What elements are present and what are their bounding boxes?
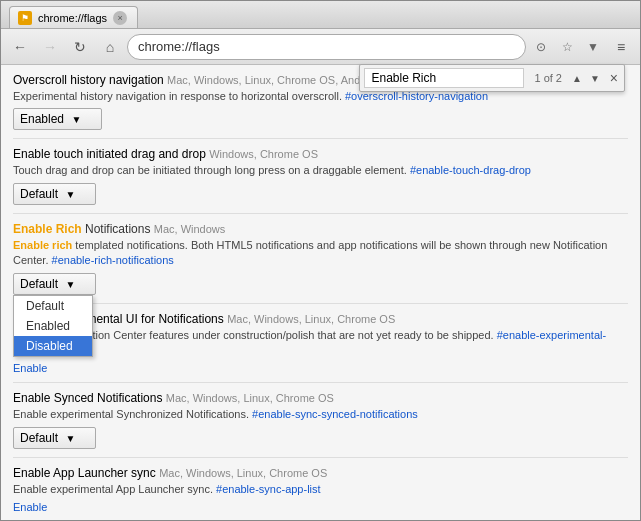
back-button[interactable]: ← bbox=[7, 34, 33, 60]
flag-rich-platform: Mac, Windows bbox=[154, 223, 226, 235]
cast-icon-button[interactable]: ⊙ bbox=[530, 36, 552, 58]
dropdown-option-disabled[interactable]: Disabled bbox=[14, 336, 92, 356]
forward-button[interactable]: → bbox=[37, 34, 63, 60]
flag-touch-drag-select[interactable]: Default ▼ bbox=[13, 183, 96, 205]
flag-rich-link[interactable]: #enable-rich-notifications bbox=[52, 254, 174, 266]
tab-favicon-icon: ⚑ bbox=[18, 11, 32, 25]
content-area: Overscroll history navigation Mac, Windo… bbox=[1, 65, 640, 521]
tab-close-button[interactable]: × bbox=[113, 11, 127, 25]
search-input[interactable] bbox=[364, 68, 524, 88]
flag-rich-select[interactable]: Default ▼ bbox=[13, 273, 96, 295]
flag-synced-name: Enable Synced Notifications bbox=[13, 391, 162, 405]
flag-notification-ui-enable-link[interactable]: Enable bbox=[13, 362, 628, 374]
search-prev-button[interactable]: ▲ bbox=[568, 66, 586, 90]
flag-app-launcher-desc: Enable experimental App Launcher sync. #… bbox=[13, 482, 628, 497]
address-bar[interactable]: chrome://flags bbox=[127, 34, 526, 60]
flag-touch-drag-desc: Touch drag and drop can be initiated thr… bbox=[13, 163, 628, 178]
tab-chrome-flags[interactable]: ⚑ chrome://flags × bbox=[9, 6, 138, 28]
chevron-down-icon: ▼ bbox=[65, 279, 75, 290]
flag-rich-control: Default ▼ Default Enabled Disabled bbox=[13, 273, 96, 295]
flag-app-launcher: Enable App Launcher sync Mac, Windows, L… bbox=[13, 466, 628, 521]
flag-notification-ui-desc: Enables Notification Center features und… bbox=[13, 328, 628, 359]
flag-synced-notifications: Enable Synced Notifications Mac, Windows… bbox=[13, 391, 628, 457]
flag-rich-desc: Enable rich templated notifications. Bot… bbox=[13, 238, 628, 269]
flag-notification-ui-platform: Mac, Windows, Linux, Chrome OS bbox=[227, 313, 395, 325]
flag-synced-title: Enable Synced Notifications Mac, Windows… bbox=[13, 391, 628, 405]
flag-notification-ui-title: Enable experimental UI for Notifications… bbox=[13, 312, 628, 326]
flag-touch-drag-title: Enable touch initiated drag and drop Win… bbox=[13, 147, 628, 161]
bookmark-button[interactable]: ☆ bbox=[556, 36, 578, 58]
flag-app-launcher-platform: Mac, Windows, Linux, Chrome OS bbox=[159, 467, 327, 479]
flags-list: Overscroll history navigation Mac, Windo… bbox=[1, 65, 640, 521]
nav-icons: ⊙ ☆ ▼ bbox=[530, 36, 604, 58]
title-bar: ⚑ chrome://flags × bbox=[1, 1, 640, 29]
dropdown-option-enabled[interactable]: Enabled bbox=[14, 316, 92, 336]
pocket-button[interactable]: ▼ bbox=[582, 36, 604, 58]
flag-touch-drag-control: Default ▼ bbox=[13, 183, 96, 205]
flag-overscroll-control: Enabled ▼ bbox=[13, 108, 102, 130]
flag-overscroll-platform: Mac, Windows, Linux, Chrome OS, Android bbox=[167, 74, 379, 86]
nav-bar: ← → ↻ ⌂ chrome://flags ⊙ ☆ ▼ ≡ bbox=[1, 29, 640, 65]
search-bar: 1 of 2 ▲ ▼ × bbox=[359, 64, 625, 92]
search-next-button[interactable]: ▼ bbox=[586, 66, 604, 90]
flag-rich-value: Default bbox=[20, 277, 58, 291]
flag-rich-dropdown: Default Enabled Disabled bbox=[13, 295, 93, 357]
flag-app-launcher-name: Enable App Launcher sync bbox=[13, 466, 156, 480]
flag-app-launcher-link[interactable]: #enable-sync-app-list bbox=[216, 483, 321, 495]
flag-rich-name-before: Enable Rich bbox=[13, 222, 82, 236]
address-text: chrome://flags bbox=[138, 39, 220, 54]
flag-overscroll-value: Enabled bbox=[20, 112, 64, 126]
flag-synced-select[interactable]: Default ▼ bbox=[13, 427, 96, 449]
flag-synced-value: Default bbox=[20, 431, 58, 445]
search-close-button[interactable]: × bbox=[604, 66, 624, 90]
flag-touch-drag-value: Default bbox=[20, 187, 58, 201]
flag-overscroll-name: Overscroll history navigation bbox=[13, 73, 164, 87]
flag-synced-control: Default ▼ bbox=[13, 427, 96, 449]
chevron-down-icon: ▼ bbox=[71, 114, 81, 125]
tab-area: ⚑ chrome://flags × bbox=[9, 1, 138, 28]
flag-synced-link[interactable]: #enable-sync-synced-notifications bbox=[252, 408, 418, 420]
flag-notification-ui: Enable experimental UI for Notifications… bbox=[13, 312, 628, 384]
flag-touch-drag-link[interactable]: #enable-touch-drag-drop bbox=[410, 164, 531, 176]
flag-synced-desc: Enable experimental Synchronized Notific… bbox=[13, 407, 628, 422]
flag-app-launcher-enable-link[interactable]: Enable bbox=[13, 501, 628, 513]
chevron-down-icon: ▼ bbox=[65, 433, 75, 444]
flag-touch-drag: Enable touch initiated drag and drop Win… bbox=[13, 147, 628, 213]
home-button[interactable]: ⌂ bbox=[97, 34, 123, 60]
flag-rich-notifications-title: Enable Rich Notifications Mac, Windows bbox=[13, 222, 628, 236]
flag-rich-name-after: Notifications bbox=[85, 222, 150, 236]
flag-rich-desc-highlight: Enable rich bbox=[13, 239, 72, 251]
flag-overscroll-select[interactable]: Enabled ▼ bbox=[13, 108, 102, 130]
reload-button[interactable]: ↻ bbox=[67, 34, 93, 60]
search-count: 1 of 2 bbox=[528, 72, 568, 84]
tab-label: chrome://flags bbox=[38, 12, 107, 24]
flag-synced-platform: Mac, Windows, Linux, Chrome OS bbox=[166, 392, 334, 404]
flag-notification-ui-link[interactable]: #enable-experimental-notification-ui bbox=[13, 329, 606, 356]
menu-button[interactable]: ≡ bbox=[608, 34, 634, 60]
flag-touch-drag-platform: Windows, Chrome OS bbox=[209, 148, 318, 160]
chevron-down-icon: ▼ bbox=[65, 189, 75, 200]
dropdown-option-default[interactable]: Default bbox=[14, 296, 92, 316]
flag-touch-drag-name: Enable touch initiated drag and drop bbox=[13, 147, 206, 161]
flag-rich-notifications: Enable Rich Notifications Mac, Windows E… bbox=[13, 222, 628, 304]
flag-app-launcher-title: Enable App Launcher sync Mac, Windows, L… bbox=[13, 466, 628, 480]
